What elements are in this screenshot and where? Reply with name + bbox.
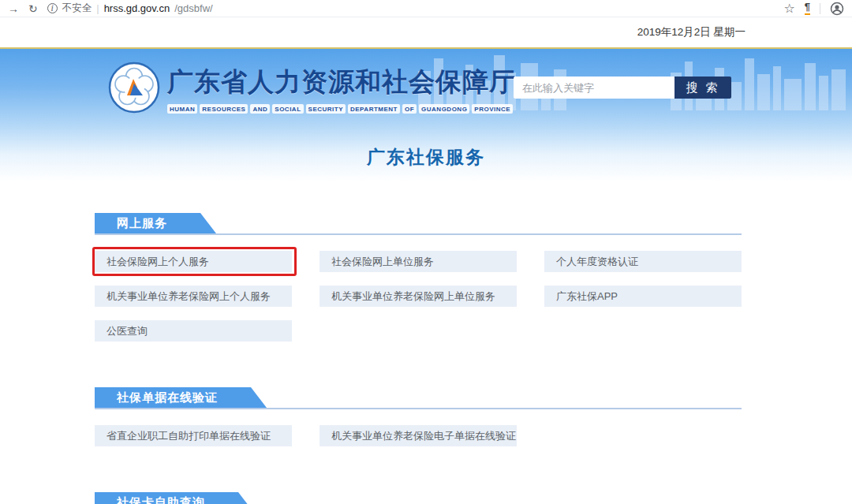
service-items-grid: 社会保险网上个人服务社会保险网上单位服务个人年度资格认证机关事业单位养老保险网上… bbox=[95, 251, 742, 342]
service-item-cell: 社会保险网上个人服务 bbox=[95, 251, 292, 272]
url-path: /gdsbfw/ bbox=[174, 2, 212, 14]
service-section: 社保卡自助查询 bbox=[95, 492, 742, 504]
extension-icon[interactable]: ¶ bbox=[805, 2, 810, 14]
service-item-cell: 机关事业单位养老保险电子单据在线验证 bbox=[320, 425, 517, 446]
service-item[interactable]: 广东社保APP bbox=[544, 286, 742, 307]
address-bar[interactable]: i 不安全 | hrss.gd.gov.cn/gdsbfw/ bbox=[47, 2, 213, 15]
site-title: 广东省人力资源和社会保障厅 bbox=[167, 65, 516, 100]
current-date: 2019年12月2日 星期一 bbox=[637, 25, 746, 39]
service-item-cell: 公医查询 bbox=[95, 320, 292, 342]
subtitle-word: SECURITY bbox=[306, 104, 346, 114]
service-item[interactable]: 机关事业单位养老保险网上个人服务 bbox=[95, 286, 292, 307]
bookmark-star-icon[interactable]: ☆ bbox=[783, 2, 794, 15]
service-section: 社保单据在线验证省直企业职工自助打印单据在线验证机关事业单位养老保险电子单据在线… bbox=[95, 387, 742, 446]
security-label: 不安全 bbox=[62, 2, 92, 15]
subtitle-word: DEPARTMENT bbox=[348, 104, 400, 114]
toolbar-divider bbox=[820, 3, 820, 14]
service-item-cell: 个人年度资格认证 bbox=[544, 251, 742, 272]
search-bar: 搜 索 bbox=[514, 77, 731, 99]
brand-block: 广东省人力资源和社会保障厅 HUMANRESOURCESANDSOCIALSEC… bbox=[167, 65, 516, 114]
service-item-cell: 省直企业职工自助打印单据在线验证 bbox=[95, 425, 292, 446]
reload-icon[interactable]: ↻ bbox=[28, 3, 38, 14]
section-title-ribbon: 社保卡自助查询 bbox=[95, 492, 254, 504]
service-item-cell: 社会保险网上单位服务 bbox=[320, 251, 517, 272]
subtitle-word: HUMAN bbox=[167, 104, 197, 114]
service-item[interactable]: 公医查询 bbox=[95, 320, 292, 342]
section-title-ribbon: 网上服务 bbox=[95, 213, 216, 233]
service-items-grid: 省直企业职工自助打印单据在线验证机关事业单位养老保险电子单据在线验证 bbox=[95, 425, 742, 446]
site-subtitle: HUMANRESOURCESANDSOCIALSECURITYDEPARTMEN… bbox=[167, 104, 516, 114]
service-item-cell: 广东社保APP bbox=[544, 286, 742, 307]
forward-icon[interactable]: → bbox=[8, 3, 19, 14]
services-content: 网上服务社会保险网上个人服务社会保险网上单位服务个人年度资格认证机关事业单位养老… bbox=[95, 181, 742, 504]
service-section: 网上服务社会保险网上个人服务社会保险网上单位服务个人年度资格认证机关事业单位养老… bbox=[95, 213, 742, 342]
subtitle-word: AND bbox=[250, 104, 270, 114]
subtitle-word: OF bbox=[402, 104, 417, 114]
section-header: 社保卡自助查询 bbox=[95, 492, 742, 504]
service-item[interactable]: 机关事业单位养老保险网上单位服务 bbox=[320, 286, 517, 307]
subtitle-word: SOCIAL bbox=[272, 104, 303, 114]
subtitle-word: PROVINCE bbox=[472, 104, 513, 114]
service-item-cell: 机关事业单位养老保险网上个人服务 bbox=[95, 286, 292, 307]
section-header: 社保单据在线验证 bbox=[95, 387, 742, 409]
profile-icon[interactable] bbox=[830, 2, 844, 16]
service-item[interactable]: 社会保险网上个人服务 bbox=[95, 251, 292, 272]
department-logo bbox=[108, 62, 160, 114]
search-button[interactable]: 搜 索 bbox=[674, 77, 731, 99]
site-header: 广东省人力资源和社会保障厅 HUMANRESOURCESANDSOCIALSEC… bbox=[0, 49, 852, 181]
service-item[interactable]: 个人年度资格认证 bbox=[544, 251, 742, 272]
service-item[interactable]: 社会保险网上单位服务 bbox=[320, 251, 517, 272]
url-separator: | bbox=[96, 2, 99, 14]
info-icon[interactable]: i bbox=[47, 3, 58, 13]
date-bar: 2019年12月2日 星期一 bbox=[0, 17, 852, 47]
section-header: 网上服务 bbox=[95, 213, 742, 235]
service-item-cell: 机关事业单位养老保险网上单位服务 bbox=[320, 286, 517, 307]
search-input[interactable] bbox=[514, 77, 674, 99]
browser-toolbar: → ↻ i 不安全 | hrss.gd.gov.cn/gdsbfw/ ☆ ¶ bbox=[0, 0, 852, 17]
service-item[interactable]: 机关事业单位养老保险电子单据在线验证 bbox=[320, 425, 517, 446]
service-item[interactable]: 省直企业职工自助打印单据在线验证 bbox=[95, 425, 292, 446]
subtitle-word: RESOURCES bbox=[200, 104, 248, 114]
page-title: 广东社保服务 bbox=[0, 128, 852, 170]
section-title-ribbon: 社保单据在线验证 bbox=[95, 387, 267, 408]
subtitle-word: GUANGDONG bbox=[419, 104, 469, 114]
url-host: hrss.gd.gov.cn bbox=[104, 2, 170, 14]
